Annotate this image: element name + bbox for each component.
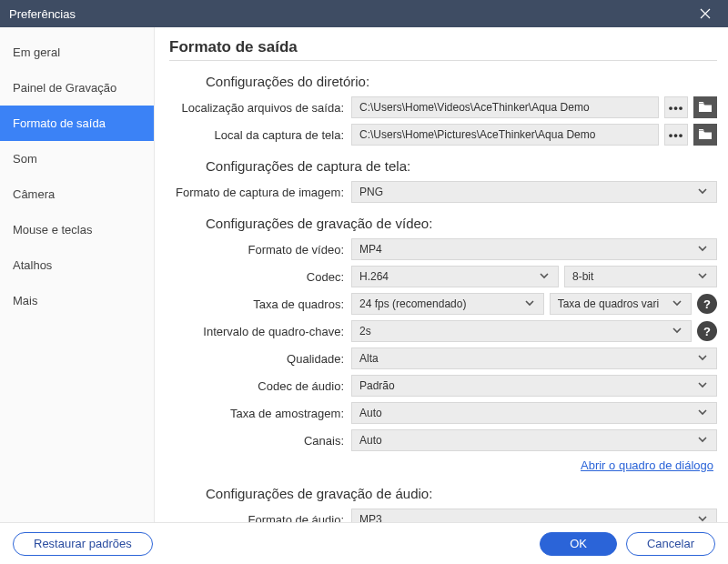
section-directory: Configurações do diretório: — [206, 74, 717, 89]
window-title: Preferências — [9, 7, 76, 21]
video-bitdepth-value: 8-bit — [572, 270, 593, 283]
chevron-down-icon — [671, 297, 683, 309]
output-location-browse-button[interactable]: ••• — [664, 96, 688, 118]
audio-format-value: MP3 — [359, 513, 382, 522]
ok-button[interactable]: OK — [540, 532, 617, 556]
sidebar-item-sound[interactable]: Som — [0, 141, 154, 176]
footer: Restaurar padrões OK Cancelar — [0, 522, 728, 564]
video-bitdepth-select[interactable]: 8-bit — [564, 266, 717, 287]
screenshot-location-browse-button[interactable]: ••• — [664, 124, 688, 146]
fps-mode-select[interactable]: Taxa de quadros vari — [550, 293, 692, 315]
page-title: Formato de saída — [169, 38, 717, 56]
sidebar-item-camera[interactable]: Câmera — [0, 176, 154, 212]
output-location-field[interactable]: C:\Users\Home\Videos\AceThinker\Aqua Dem… — [351, 96, 659, 118]
keyframe-help-button[interactable]: ? — [697, 321, 717, 341]
titlebar: Preferências — [0, 0, 728, 27]
fps-mode-value: Taxa de quadros vari — [558, 297, 659, 310]
sample-rate-select[interactable]: Auto — [351, 402, 717, 424]
chevron-down-icon — [671, 324, 683, 337]
restore-defaults-button[interactable]: Restaurar padrões — [13, 532, 153, 556]
divider — [169, 60, 717, 61]
sidebar: Em geral Painel de Gravação Formato de s… — [0, 27, 155, 522]
channels-select[interactable]: Auto — [351, 429, 717, 451]
chevron-down-icon — [696, 378, 709, 391]
chevron-down-icon — [538, 269, 551, 282]
chevron-down-icon — [696, 512, 709, 523]
chevron-down-icon — [696, 351, 709, 364]
screenshot-location-open-folder-button[interactable] — [693, 124, 717, 146]
screenshot-location-label: Local da captura de tela: — [169, 128, 351, 142]
folder-icon — [699, 102, 712, 113]
folder-icon — [699, 129, 712, 140]
open-dialog-link[interactable]: Abrir o quadro de diálogo — [581, 458, 713, 472]
image-format-value: PNG — [359, 186, 383, 198]
close-icon — [699, 7, 712, 20]
section-audio: Configurações de gravação de áudio: — [206, 486, 717, 501]
sidebar-item-more[interactable]: Mais — [0, 283, 154, 318]
audio-codec-value: Padrão — [359, 379, 395, 392]
main-area: Em geral Painel de Gravação Formato de s… — [0, 27, 728, 522]
sample-rate-label: Taxa de amostragem: — [169, 407, 351, 420]
chevron-down-icon — [696, 433, 709, 446]
sidebar-item-general[interactable]: Em geral — [0, 35, 154, 70]
chevron-down-icon — [696, 185, 709, 197]
section-screenshot: Configurações de captura de tela: — [206, 158, 717, 174]
video-codec-label: Codec: — [169, 270, 351, 284]
quality-label: Qualidade: — [169, 352, 351, 366]
chevron-down-icon — [696, 406, 709, 418]
close-button[interactable] — [692, 0, 719, 27]
sample-rate-value: Auto — [359, 407, 382, 419]
channels-value: Auto — [359, 434, 382, 447]
output-location-label: Localização arquivos de saída: — [169, 101, 351, 115]
cancel-button[interactable]: Cancelar — [626, 532, 715, 556]
quality-value: Alta — [359, 352, 379, 365]
video-codec-select[interactable]: H.264 — [351, 266, 559, 287]
fps-select[interactable]: 24 fps (recomendado) — [351, 293, 544, 315]
keyframe-label: Intervalo de quadro-chave: — [169, 325, 351, 338]
video-format-value: MP4 — [359, 243, 382, 256]
fps-help-button[interactable]: ? — [697, 294, 717, 314]
output-location-open-folder-button[interactable] — [693, 96, 717, 118]
sidebar-item-mouse-keys[interactable]: Mouse e teclas — [0, 212, 154, 247]
chevron-down-icon — [523, 297, 536, 309]
fps-value: 24 fps (recomendado) — [359, 297, 466, 310]
section-video: Configurações de gravação de vídeo: — [206, 216, 717, 231]
channels-label: Canais: — [169, 434, 351, 448]
image-format-label: Formato de captura de imagem: — [169, 186, 351, 199]
audio-codec-select[interactable]: Padrão — [351, 375, 717, 397]
chevron-down-icon — [696, 242, 709, 255]
video-format-label: Formato de vídeo: — [169, 243, 351, 257]
quality-select[interactable]: Alta — [351, 347, 717, 369]
audio-format-select[interactable]: MP3 — [351, 509, 717, 522]
keyframe-select[interactable]: 2s — [351, 320, 692, 342]
content-pane: Formato de saída Configurações do diretó… — [155, 27, 728, 522]
sidebar-item-recording-panel[interactable]: Painel de Gravação — [0, 70, 154, 106]
sidebar-item-output-format[interactable]: Formato de saída — [0, 106, 154, 141]
screenshot-location-field[interactable]: C:\Users\Home\Pictures\AceThinker\Aqua D… — [351, 124, 659, 146]
sidebar-item-shortcuts[interactable]: Atalhos — [0, 247, 154, 283]
video-codec-value: H.264 — [359, 270, 389, 283]
audio-codec-label: Codec de áudio: — [169, 379, 351, 393]
video-format-select[interactable]: MP4 — [351, 238, 717, 260]
chevron-down-icon — [696, 269, 709, 282]
keyframe-value: 2s — [359, 325, 371, 337]
fps-label: Taxa de quadros: — [169, 297, 351, 311]
image-format-select[interactable]: PNG — [351, 181, 717, 203]
audio-format-label: Formato de áudio: — [169, 513, 351, 523]
